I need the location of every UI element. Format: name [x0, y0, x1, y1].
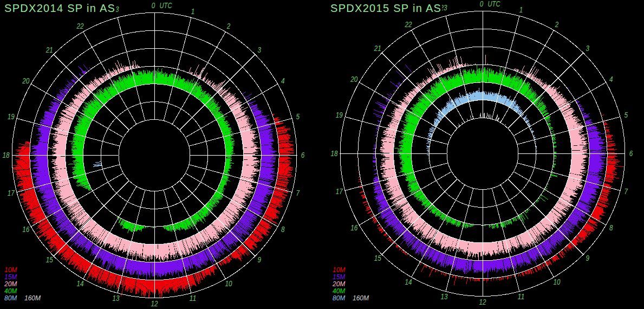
- svg-text:4: 4: [281, 76, 285, 85]
- svg-text:13: 13: [113, 293, 120, 302]
- svg-text:5: 5: [296, 112, 300, 121]
- svg-text:11: 11: [517, 292, 524, 301]
- svg-text:12: 12: [479, 297, 487, 306]
- svg-text:UTC: UTC: [488, 0, 500, 8]
- svg-text:1: 1: [519, 5, 523, 14]
- svg-text:40M: 40M: [4, 287, 17, 295]
- svg-text:6: 6: [301, 150, 305, 159]
- svg-text:SPDX2015 SP in AS: SPDX2015 SP in AS: [330, 2, 441, 14]
- svg-text:1: 1: [191, 7, 195, 16]
- svg-text:22: 22: [405, 20, 412, 29]
- svg-text:19: 19: [8, 112, 15, 121]
- svg-text:40M: 40M: [333, 287, 345, 295]
- svg-text:SPDX2014 SP in AS: SPDX2014 SP in AS: [4, 2, 115, 14]
- svg-text:21: 21: [374, 43, 381, 53]
- svg-text:10: 10: [554, 277, 561, 286]
- svg-text:21: 21: [45, 45, 53, 54]
- svg-text:0: 0: [152, 1, 155, 10]
- svg-text:14: 14: [405, 277, 412, 286]
- svg-text:8: 8: [609, 223, 613, 232]
- svg-text:18: 18: [3, 150, 10, 159]
- svg-text:10M: 10M: [4, 266, 17, 274]
- svg-text:160M: 160M: [353, 294, 369, 302]
- svg-text:15: 15: [46, 255, 54, 264]
- svg-text:17: 17: [8, 188, 15, 197]
- svg-text:20: 20: [350, 74, 357, 83]
- svg-text:160M: 160M: [24, 294, 41, 302]
- svg-text:22: 22: [76, 21, 84, 30]
- svg-text:15M: 15M: [4, 273, 17, 281]
- svg-text:3: 3: [586, 43, 589, 53]
- svg-text:UTC: UTC: [160, 1, 172, 10]
- svg-text:7: 7: [296, 188, 300, 197]
- svg-text:2: 2: [555, 20, 559, 29]
- svg-text:9: 9: [586, 253, 589, 262]
- svg-text:80M: 80M: [4, 294, 17, 302]
- svg-text:8: 8: [281, 224, 285, 234]
- svg-text:19: 19: [336, 110, 343, 119]
- svg-text:2: 2: [226, 21, 231, 30]
- svg-text:7: 7: [624, 186, 628, 196]
- svg-text:11: 11: [189, 293, 196, 302]
- svg-text:10: 10: [225, 279, 233, 288]
- svg-text:20: 20: [22, 76, 29, 85]
- svg-text:6: 6: [629, 149, 633, 158]
- svg-text:9: 9: [257, 255, 261, 264]
- svg-text:12: 12: [151, 299, 159, 308]
- svg-text:10M: 10M: [333, 266, 345, 274]
- svg-text:20M: 20M: [332, 280, 345, 288]
- svg-text:13: 13: [441, 292, 448, 301]
- svg-text:18: 18: [331, 149, 339, 158]
- svg-text:0: 0: [480, 0, 484, 8]
- svg-text:16: 16: [22, 224, 30, 234]
- svg-text:5: 5: [624, 110, 628, 119]
- svg-text:80M: 80M: [333, 294, 345, 302]
- svg-text:20M: 20M: [4, 280, 17, 288]
- svg-text:15M: 15M: [333, 273, 345, 281]
- svg-text:3: 3: [257, 45, 261, 54]
- svg-text:16: 16: [350, 223, 358, 232]
- svg-text:17: 17: [336, 186, 343, 196]
- svg-text:4: 4: [609, 74, 613, 83]
- svg-text:15: 15: [374, 253, 382, 262]
- svg-text:14: 14: [77, 279, 84, 288]
